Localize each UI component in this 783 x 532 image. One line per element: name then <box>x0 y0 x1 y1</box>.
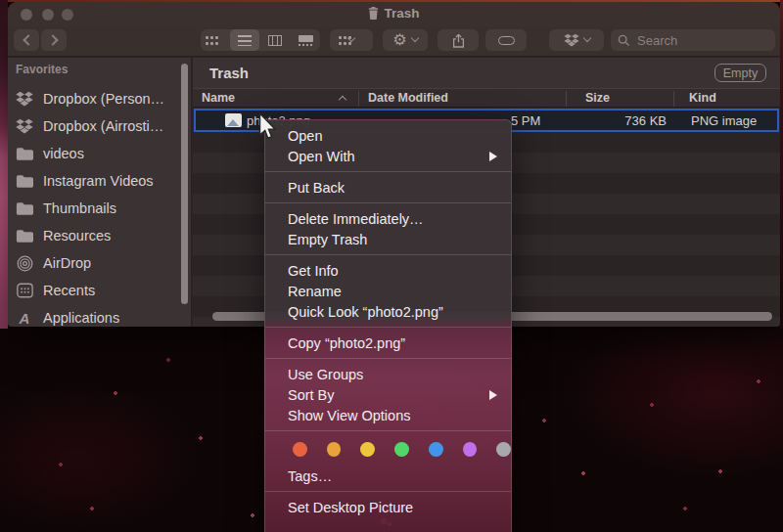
menu-item-use-groups[interactable]: Use Groups <box>265 364 511 384</box>
sidebar-item-label: Resources <box>43 228 111 244</box>
columns-view-icon <box>268 35 282 46</box>
content-header: Trash Empty <box>193 58 780 88</box>
column-divider <box>358 91 359 107</box>
tag-color-blue[interactable] <box>429 442 443 457</box>
sidebar-item-thumbnails[interactable]: Thumbnails <box>14 196 186 221</box>
sidebar-item-resources[interactable]: Resources <box>14 223 186 248</box>
column-header-name[interactable]: Name <box>202 91 235 105</box>
tag-color-purple[interactable] <box>463 442 478 457</box>
column-header-size[interactable]: Size <box>585 91 610 105</box>
menu-separator <box>265 171 511 172</box>
sidebar-item-label: Applications <box>43 310 119 326</box>
folder-icon <box>14 229 35 244</box>
sidebar-item-dropbox-airrosti[interactable]: Dropbox (Airrosti… <box>14 113 186 139</box>
back-button[interactable] <box>14 29 39 51</box>
column-header-kind[interactable]: Kind <box>689 91 716 105</box>
airdrop-icon <box>14 255 35 272</box>
sidebar-item-airdrop[interactable]: AirDrop <box>14 250 186 276</box>
dropbox-button[interactable] <box>549 29 604 51</box>
menu-separator <box>265 430 511 431</box>
sidebar-item-label: Dropbox (Airrosti… <box>43 118 163 134</box>
gallery-view-icon <box>299 35 313 46</box>
menu-separator <box>265 327 511 328</box>
view-as-list-button[interactable] <box>230 29 259 51</box>
empty-trash-button[interactable]: Empty <box>714 64 766 82</box>
menu-item-put-back[interactable]: Put Back <box>265 177 511 198</box>
menu-separator <box>265 491 511 492</box>
submenu-arrow-icon <box>489 152 497 161</box>
action-button[interactable]: ⚙ <box>383 29 428 51</box>
menu-item-set-desktop-picture[interactable]: Set Desktop Picture <box>265 497 511 517</box>
column-header-date-modified[interactable]: Date Modified <box>368 91 448 105</box>
dropbox-icon <box>14 91 35 107</box>
forward-button[interactable] <box>41 29 67 51</box>
menu-item-copy[interactable]: Copy “photo2.png” <box>265 332 511 353</box>
sidebar-item-dropbox-personal[interactable]: Dropbox (Person… <box>14 86 186 111</box>
window-title: Trash <box>8 6 780 21</box>
search-icon <box>618 34 630 47</box>
menu-item-open[interactable]: Open <box>265 125 511 146</box>
menu-item-quick-look[interactable]: Quick Look “photo2.png” <box>265 301 511 322</box>
mouse-cursor-icon <box>258 113 277 146</box>
menu-item-tags[interactable]: Tags… <box>265 466 511 486</box>
view-as-gallery-button[interactable] <box>291 29 320 51</box>
menu-item-empty-trash[interactable]: Empty Trash <box>265 229 511 249</box>
search-field[interactable] <box>611 29 775 51</box>
menu-item-delete-immediately[interactable]: Delete Immediately… <box>265 208 511 229</box>
page-title: Trash <box>209 65 249 81</box>
folder-icon <box>14 147 35 161</box>
folder-icon <box>14 174 35 189</box>
chevron-right-icon <box>47 34 58 45</box>
menu-item-sort-by[interactable]: Sort By <box>265 384 511 405</box>
column-divider <box>673 91 674 107</box>
tag-color-gray[interactable] <box>496 442 511 457</box>
tag-button[interactable] <box>485 29 527 51</box>
chevron-down-icon <box>410 34 418 42</box>
sidebar-item-label: Instagram Videos <box>43 173 154 189</box>
screen: Trash ⚙ <box>0 0 783 532</box>
file-kind: PNG image <box>691 113 757 128</box>
tag-color-row <box>265 436 511 462</box>
menu-item-show-view-options[interactable]: Show View Options <box>265 405 511 425</box>
context-menu: Open Open With Put Back Delete Immediate… <box>264 119 512 532</box>
view-as-icons-button[interactable] <box>201 29 230 51</box>
file-date-modified: 5 PM <box>511 113 540 128</box>
view-as-columns-button[interactable] <box>260 29 290 51</box>
menu-separator <box>265 202 511 203</box>
menu-item-open-with[interactable]: Open With <box>265 146 511 166</box>
menu-item-rename[interactable]: Rename <box>265 281 511 301</box>
sidebar-item-applications[interactable]: A Applications <box>14 305 186 327</box>
sidebar-item-instagram-videos[interactable]: Instagram Videos <box>14 168 186 194</box>
menu-item-label: Open With <box>288 149 355 164</box>
file-size: 736 KB <box>607 113 667 128</box>
recents-icon <box>14 283 35 298</box>
window-title-text: Trash <box>384 6 419 21</box>
tag-color-yellow[interactable] <box>360 442 375 457</box>
tag-color-orange[interactable] <box>327 442 342 457</box>
folder-icon <box>14 201 35 216</box>
applications-icon: A <box>14 310 35 327</box>
toolbar: ⚙ <box>8 27 780 57</box>
image-file-icon <box>225 113 242 127</box>
share-button[interactable] <box>438 29 479 51</box>
sidebar-item-label: Thumbnails <box>43 200 116 216</box>
group-button[interactable] <box>330 29 373 51</box>
tag-icon <box>498 36 515 45</box>
gear-icon: ⚙ <box>392 32 406 48</box>
column-divider <box>566 91 567 107</box>
icons-view-icon <box>206 36 208 39</box>
chevron-down-icon <box>582 34 590 42</box>
submenu-arrow-icon <box>489 390 497 400</box>
sidebar-item-recents[interactable]: Recents <box>14 278 186 303</box>
tag-color-red[interactable] <box>293 442 307 457</box>
group-icon <box>339 36 342 39</box>
dropbox-icon <box>14 118 35 134</box>
sidebar-scrollbar[interactable] <box>181 64 188 304</box>
tag-color-green[interactable] <box>394 442 409 457</box>
menu-item-get-info[interactable]: Get Info <box>265 260 511 281</box>
sidebar-item-label: Recents <box>43 283 95 298</box>
titlebar[interactable]: Trash <box>8 2 780 27</box>
search-input[interactable] <box>635 32 753 49</box>
sidebar-item-videos[interactable]: videos <box>14 141 186 166</box>
trash-proxy-icon <box>368 7 379 20</box>
